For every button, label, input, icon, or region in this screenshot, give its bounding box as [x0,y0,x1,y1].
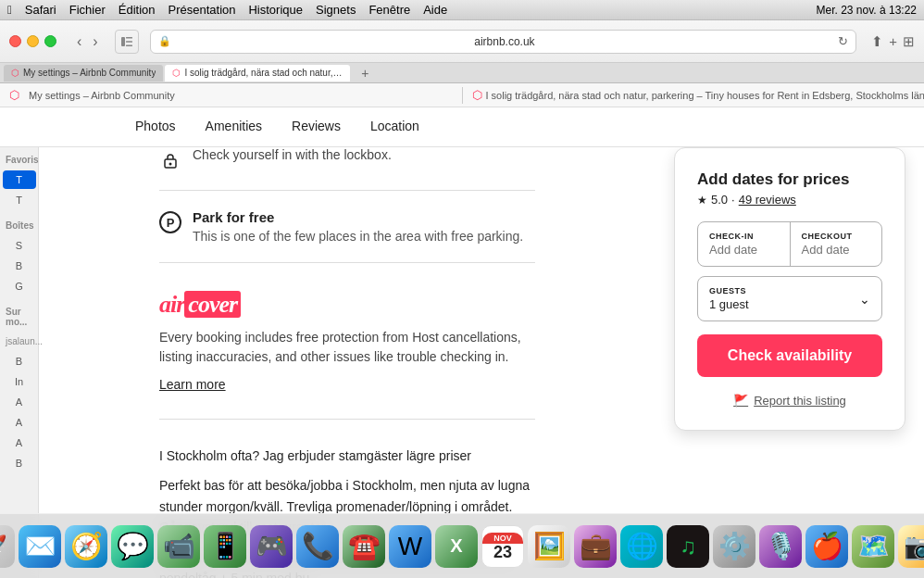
svg-rect-3 [126,44,132,46]
stockholm-para1: I Stockholm ofta? Jag erbjuder stamgäste… [159,446,535,466]
dock-calendar[interactable]: NOV 23 [481,525,524,568]
dock-phone[interactable]: ☎️ [343,525,385,568]
share-button[interactable]: ⬆ [871,33,883,50]
price-card-title: Add dates for prices [697,170,882,189]
menu-safari[interactable]: Safari [25,3,56,17]
menu-fenetre[interactable]: Fenêtre [368,3,410,17]
tab-bar: ⬡ My settings – Airbnb Community ⬡ I sol… [0,63,924,83]
mac-titlebar:  Safari Fichier Édition Présentation Hi… [0,0,924,20]
dock-spotify[interactable]: ♫ [667,525,709,568]
menu-fichier[interactable]: Fichier [69,3,106,17]
tab-reviews[interactable]: Reviews [277,107,356,146]
close-button[interactable] [9,35,21,47]
sidebar-item-1[interactable]: T [3,170,36,189]
check-availability-button[interactable]: Check availability [697,334,882,377]
svg-rect-2 [126,41,132,43]
dock-maps[interactable]: 🗺️ [852,525,894,568]
checkin-field[interactable]: CHECK-IN Add date [698,222,791,266]
airbnb-logo-small-2: ⬡ [472,88,482,102]
dock-preview[interactable]: 🖼️ [528,525,570,568]
sidebar-item-3[interactable]: S [3,236,36,255]
url-text: airbnb.co.uk [177,35,833,48]
tabs-overview-button[interactable]: ⊞ [903,33,915,50]
top-strip-right: ⬡ I solig trädgård, nära stad och natur,… [463,88,925,102]
dock-excel[interactable]: X [435,525,478,568]
sidebar-item-11[interactable]: B [3,454,36,472]
checkin-label: CHECK-IN [709,232,779,241]
sidebar-item-5[interactable]: G [3,277,36,295]
svg-rect-0 [121,37,125,46]
menu-aide[interactable]: Aide [423,3,447,17]
aircover-desc: Every booking includes free protection f… [159,328,535,367]
mac-menu:  Safari Fichier Édition Présentation Hi… [7,3,917,17]
dock-edge[interactable]: 🌐 [620,525,663,568]
sidebar-item-7[interactable]: In [3,372,36,391]
add-tab-button[interactable]: + [889,33,897,50]
dock-systemprefs[interactable]: ⚙️ [713,525,755,568]
minimize-button[interactable] [27,35,39,47]
dock-messages[interactable]: 💬 [111,525,154,568]
airbnb-logo-small: ⬡ [9,88,19,102]
learn-more-link[interactable]: Learn more [159,377,226,392]
menu-edition[interactable]: Édition [119,3,156,17]
report-listing-link[interactable]: 🚩 Report this listing [697,394,882,408]
guests-field[interactable]: GUESTS 1 guest ⌄ [697,276,882,321]
tab-1[interactable]: ⬡ My settings – Airbnb Community [4,65,163,82]
dock-appstore[interactable]: 🍎 [805,525,848,568]
dock: 🖥️ 🚀 ✉️ 🧭 💬 📹 📱 🎮 📞 ☎️ W X NOV 23 🖼️ 💼 🌐… [0,513,924,578]
divider-3 [159,419,535,420]
dock-launchpad[interactable]: 🚀 [0,525,15,568]
traffic-lights [9,35,56,47]
new-tab-button[interactable]: + [356,65,374,82]
dock-facetime[interactable]: 📹 [157,525,200,568]
parking-desc: This is one of the few places in the are… [193,229,523,244]
dock-zoom[interactable]: 📞 [296,525,339,568]
airbnb-favicon-2: ⬡ [172,68,181,78]
dock-discord[interactable]: 🎮 [250,525,293,568]
dock-word[interactable]: W [389,525,431,568]
listing-tab-label: I solig trädgård, nära stad och natur, p… [486,90,925,101]
tab-2[interactable]: ⬡ I solig trädgård, nära stad och natur,… [165,65,350,82]
forward-button[interactable]: › [87,31,103,52]
top-strip-left: ⬡ My settings – Airbnb Community [0,88,462,102]
tab-location[interactable]: Location [356,107,434,146]
sidebar-item-4[interactable]: B [3,257,36,275]
maximize-button[interactable] [44,35,56,47]
dock-whatsapp[interactable]: 📱 [204,525,246,568]
sidebar-item-10[interactable]: A [3,434,36,452]
review-count-link[interactable]: 49 reviews [739,193,796,207]
tab-amenities[interactable]: Amenities [191,107,277,146]
apple-menu[interactable]:  [7,3,12,17]
airbnb-favicon: ⬡ [11,68,19,78]
dock-photos[interactable]: 📷 [898,525,924,568]
dock-slack[interactable]: 💼 [574,525,617,568]
sidebar-toggle[interactable] [115,30,139,54]
sidebar-item-8[interactable]: A [3,393,36,411]
address-bar[interactable]: 🔒 airbnb.co.uk ↻ [150,30,857,54]
menu-signets[interactable]: Signets [316,3,356,17]
sidebar-item-9[interactable]: A [3,413,36,432]
menu-historique[interactable]: Historique [248,3,303,17]
dock-mail[interactable]: ✉️ [19,525,61,568]
tab-1-label: My settings – Airbnb Community [23,68,156,78]
refresh-icon[interactable]: ↻ [838,34,848,48]
tab-photos[interactable]: Photos [120,107,191,146]
checkout-field[interactable]: CHECKOUT Add date [791,222,882,266]
flag-icon: 🚩 [733,394,748,408]
star-icon: ★ [697,194,707,207]
back-button[interactable]: ‹ [71,31,87,52]
rating-value: 5.0 [711,193,728,207]
parking-row: P Park for free This is one of the few p… [159,209,535,244]
checkin-value: Add date [709,243,779,257]
browser-chrome: ‹ › 🔒 airbnb.co.uk ↻ ⬆ + ⊞ [0,20,924,63]
sidebar-item-6[interactable]: B [3,352,36,371]
dock-safari[interactable]: 🧭 [65,525,107,568]
browser-actions: ⬆ + ⊞ [871,33,915,50]
menu-presentation[interactable]: Présentation [168,3,235,17]
date-row: CHECK-IN Add date CHECKOUT Add date [698,222,881,266]
sidebar-item-2[interactable]: T [3,191,36,209]
divider-1 [159,190,535,191]
dock-podcasts[interactable]: 🎙️ [759,525,802,568]
chevron-down-icon: ⌄ [859,292,870,307]
lock-icon: 🔒 [158,35,171,47]
